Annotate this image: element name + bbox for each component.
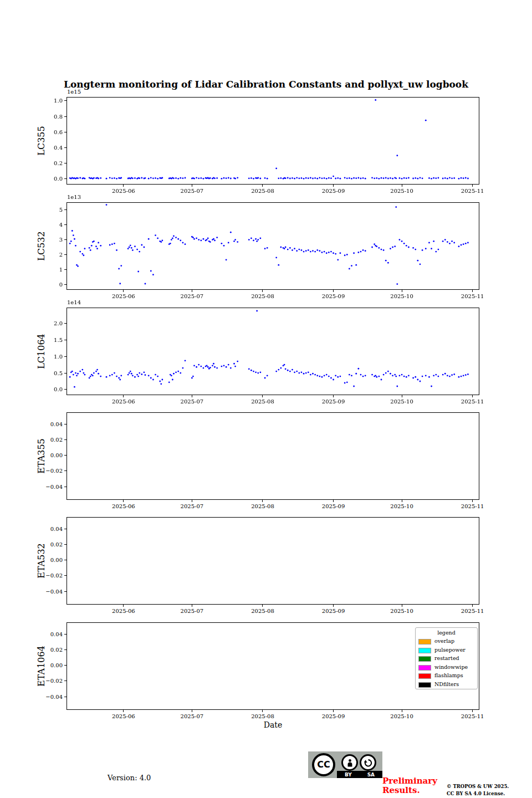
x-tick-mark [402,605,402,607]
y-tick-label: 0.4 [39,144,63,151]
legend-swatch-pulsepower [418,648,431,653]
y-tick-mark [64,439,66,440]
x-tick-mark [262,395,263,397]
legend-label: windowwipe [434,663,468,671]
legend-swatch-windowwipe [418,665,431,671]
y-tick-mark [64,634,66,635]
y-tick-label: 0.0 [39,175,63,182]
y-tick-mark [64,132,66,132]
x-tick-mark [192,605,192,607]
y-tick-mark [64,424,66,424]
x-tick-mark [262,290,263,292]
x-tick-label: 2025-07 [172,608,211,615]
x-tick-mark [472,710,473,712]
x-tick-label: 2025-06 [104,503,143,510]
legend-entry-overlap: overlap [416,637,477,646]
y-tick-label: 2 [39,251,63,258]
y-tick-mark [64,697,66,697]
x-tick-label: 2025-08 [243,188,282,195]
x-tick-mark [472,500,473,502]
legend-label: NDfilters [434,681,459,688]
copyright-line2: CC BY SA 4.0 License. [447,790,519,797]
x-tick-label: 2025-09 [314,503,353,510]
x-tick-mark [123,185,124,187]
x-tick-mark [123,605,124,607]
y-tick-mark [64,269,66,270]
legend-entry-windowwipe: windowwipe [416,663,477,672]
x-tick-label: 2025-08 [243,293,282,300]
cc-sa-arrow-icon [360,754,376,771]
x-tick-label: 2025-08 [243,713,282,720]
x-tick-label: 2025-09 [314,398,353,405]
x-tick-mark [123,290,124,292]
y-tick-mark [64,544,66,545]
x-tick-label: 2025-08 [243,503,282,510]
y-tick-mark [64,116,66,117]
y-tick-mark [64,665,66,666]
y-axis-offset-label: 1e15 [67,89,81,95]
y-tick-mark [64,239,66,240]
x-tick-mark [402,500,402,502]
version-text: Version: 4.0 [108,774,151,782]
x-tick-mark [192,395,192,397]
y-tick-mark [64,575,66,576]
y-tick-label: 0.00 [39,556,63,564]
legend-label: restarted [434,654,459,662]
cc-badge-strip: BY SA [337,771,382,778]
y-tick-label: 2.0 [39,320,63,327]
y-tick-label: 0.0 [39,386,63,393]
x-tick-mark [192,185,192,187]
y-axis-offset-label: 1e14 [67,299,81,305]
legend-entry-NDfilters: NDfilters [416,681,477,689]
preliminary-line1: Preliminary [382,776,443,786]
x-tick-mark [333,395,334,397]
x-tick-label: 2025-10 [382,398,421,405]
x-tick-label: 2025-11 [453,398,492,405]
y-tick-label: −0.02 [39,677,63,684]
y-tick-label: 1.5 [39,336,63,344]
x-tick-mark [262,710,263,712]
x-tick-mark [402,290,402,292]
y-tick-mark [64,455,66,456]
y-tick-mark [64,340,66,340]
y-tick-label: 0.5 [39,370,63,377]
preliminary-line2: Results. [382,786,443,795]
y-tick-mark [64,389,66,390]
x-tick-label: 2025-07 [172,713,211,720]
legend-swatch-NDfilters [418,682,431,688]
legend-entry-flashlamps: flashlamps [416,672,477,680]
y-tick-mark [64,100,66,101]
legend-entry-restarted: restarted [416,654,477,663]
y-tick-mark [64,209,66,210]
y-tick-label: −0.02 [39,572,63,579]
x-tick-mark [472,605,473,607]
x-tick-label: 2025-11 [453,188,492,195]
x-tick-label: 2025-06 [104,188,143,195]
x-tick-mark [333,185,334,187]
x-tick-mark [333,500,334,502]
y-tick-label: 0.02 [39,436,63,443]
y-tick-mark [64,591,66,592]
scatter-points [66,308,479,395]
y-tick-mark [64,649,66,650]
x-tick-mark [192,290,192,292]
x-tick-label: 2025-09 [314,608,353,615]
y-tick-mark [64,470,66,471]
x-tick-label: 2025-11 [453,503,492,510]
x-tick-label: 2025-07 [172,293,211,300]
y-tick-mark [64,254,66,255]
y-tick-label: 1.0 [39,353,63,360]
cc-by-person-icon [341,754,358,771]
x-tick-mark [262,500,263,502]
legend-title: legend [416,630,477,636]
legend-label: pulsepower [434,646,466,654]
x-tick-mark [402,395,402,397]
x-tick-mark [333,710,334,712]
y-tick-label: 0.6 [39,129,63,136]
x-tick-label: 2025-10 [382,713,421,720]
cc-sa-label: SA [367,772,375,777]
x-tick-mark [262,185,263,187]
y-tick-label: 0.02 [39,646,63,653]
legend-label: flashlamps [434,672,463,679]
x-tick-mark [123,395,124,397]
